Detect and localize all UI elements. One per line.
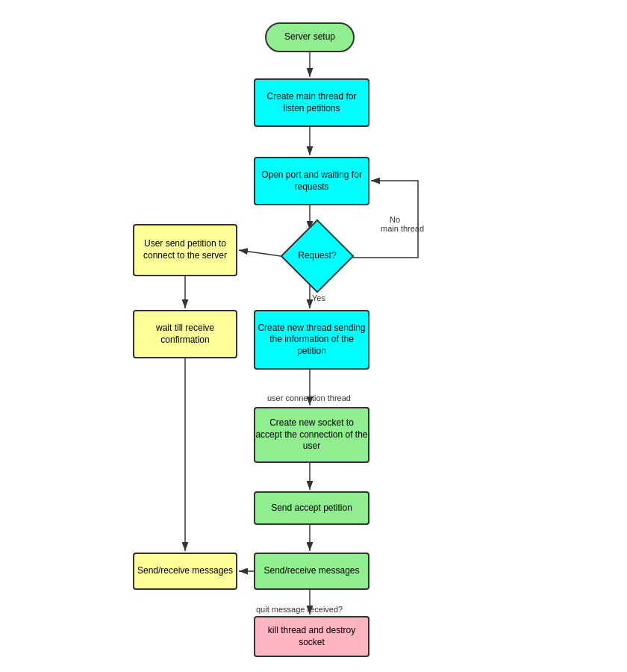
- request-diamond-shape: Request?: [281, 220, 355, 293]
- create-main-thread-node: Create main thread for listen petitions: [254, 78, 369, 127]
- create-new-thread-label: Create new thread sending the informatio…: [255, 323, 368, 358]
- server-setup-node: Server setup: [265, 22, 355, 52]
- no-label: No: [390, 215, 400, 224]
- user-send-node: User send petition to connect to the ser…: [133, 224, 237, 276]
- diagram-container: Server setup Create main thread for list…: [0, 0, 627, 672]
- send-receive-right-label: Send/receive messages: [263, 565, 359, 577]
- kill-thread-label: kill thread and destroy socket: [255, 625, 368, 648]
- user-send-label: User send petition to connect to the ser…: [134, 238, 236, 261]
- server-setup-label: Server setup: [284, 31, 335, 43]
- main-thread-label: main thread: [381, 224, 424, 233]
- create-socket-node: Create new socket to accept the connecti…: [254, 407, 369, 463]
- wait-confirm-label: wait till receive confirmation: [134, 323, 236, 346]
- yes-label: Yes: [312, 293, 325, 302]
- request-label: Request?: [298, 250, 336, 262]
- wait-confirm-node: wait till receive confirmation: [133, 310, 237, 358]
- open-port-node: Open port and waiting for requests: [254, 157, 369, 205]
- send-receive-left-label: Send/receive messages: [137, 565, 233, 577]
- create-main-thread-label: Create main thread for listen petitions: [255, 91, 368, 114]
- quit-message-label: quit message received?: [256, 605, 343, 614]
- send-accept-label: Send accept petition: [271, 503, 352, 514]
- send-receive-right-node: Send/receive messages: [254, 553, 369, 590]
- request-diamond-node: Request?: [291, 230, 343, 282]
- create-new-thread-node: Create new thread sending the informatio…: [254, 310, 369, 370]
- user-connection-thread-label: user connection thread: [267, 393, 351, 402]
- send-accept-node: Send accept petition: [254, 491, 369, 525]
- send-receive-left-node: Send/receive messages: [133, 553, 237, 590]
- open-port-label: Open port and waiting for requests: [255, 169, 368, 193]
- kill-thread-node: kill thread and destroy socket: [254, 616, 369, 657]
- create-socket-label: Create new socket to accept the connecti…: [255, 417, 368, 452]
